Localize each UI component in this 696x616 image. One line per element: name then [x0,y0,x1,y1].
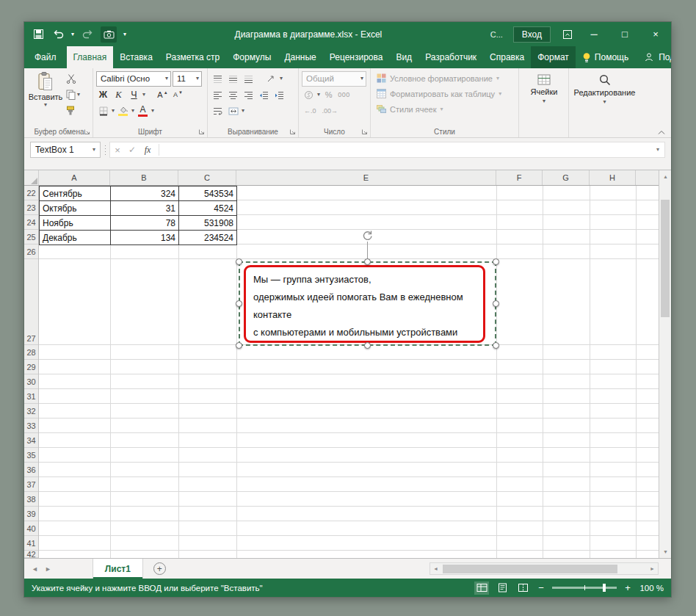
editing-button[interactable]: Редактирование ▾ [572,70,637,126]
font-color-button[interactable]: А [136,104,150,118]
collapse-ribbon-button[interactable] [657,130,666,135]
underline-dropdown[interactable]: ▾ [142,92,145,98]
page-break-view-button[interactable] [515,581,530,595]
row-header[interactable]: 27 [24,259,38,345]
format-as-table-button[interactable]: Форматировать как таблицу▾ [374,86,516,101]
tab-insert[interactable]: Вставка [113,46,159,68]
column-header-c[interactable]: C [178,170,236,185]
tab-help[interactable]: Справка [483,46,531,68]
align-center-button[interactable] [226,87,240,102]
sheet-tab-list1[interactable]: Лист1 [93,559,143,579]
merge-center-button[interactable] [226,104,240,118]
align-middle-button[interactable] [226,71,240,86]
copy-button[interactable]: ▾ [66,88,80,101]
cell[interactable]: 543534 [179,186,237,201]
tab-file[interactable]: Файл [24,46,67,68]
column-header-g[interactable]: G [543,170,590,185]
conditional-formatting-button[interactable]: Условное форматирование▾ [374,70,516,86]
share-button[interactable]: Поделиться [635,46,671,68]
column-header-a[interactable]: A [39,170,110,185]
sign-in-button[interactable]: Вход [513,26,551,43]
row-header[interactable]: 41 [24,536,38,551]
row-header[interactable]: 34 [24,433,38,448]
row-header[interactable]: 30 [24,374,38,389]
row-header[interactable]: 29 [24,360,38,374]
align-top-button[interactable] [211,71,225,86]
row-header[interactable]: 38 [24,492,38,507]
row-header[interactable]: 23 [24,200,38,215]
cell[interactable]: 134 [111,231,179,245]
cell[interactable]: 4524 [179,201,237,216]
cell[interactable]: Ноябрь [40,216,111,231]
close-button[interactable]: × [640,22,671,46]
shrink-font-button[interactable]: А▼ [171,87,185,102]
tab-page-layout[interactable]: Разметка стр [159,46,226,68]
grid[interactable]: 22 23 24 25 26 27 28 29 30 31 32 33 34 3… [24,186,659,558]
orientation-dropdown[interactable]: ▾ [280,76,283,81]
font-name-select[interactable]: Calibri (Осно▾ [96,71,171,87]
resize-handle-nw[interactable] [236,258,242,265]
row-header[interactable]: 36 [24,463,38,477]
merge-center-dropdown[interactable]: ▾ [242,108,244,114]
rotate-handle[interactable] [361,229,374,242]
row-header[interactable]: 28 [24,345,38,360]
maximize-button[interactable]: □ [609,22,640,46]
cells-button[interactable]: Ячейки ▾ [522,70,566,126]
scroll-down-button[interactable]: ▼ [659,546,671,558]
cell[interactable]: 78 [111,216,179,231]
tab-format-contextual[interactable]: Формат [531,46,576,68]
borders-dropdown[interactable]: ▾ [112,108,115,114]
alignment-dialog-launcher[interactable] [289,128,297,136]
vertical-scrollbar-thumb[interactable] [661,200,670,317]
paste-button[interactable]: Вставить ▾ [29,70,62,126]
font-color-dropdown[interactable]: ▾ [151,108,154,114]
increase-decimal-button[interactable]: ←.0 [302,107,319,115]
cell[interactable]: 531908 [179,216,237,231]
zoom-slider[interactable] [552,587,617,589]
row-header[interactable]: 33 [24,418,38,433]
vertical-scrollbar[interactable]: ▲ ▼ [659,170,671,558]
account-label[interactable]: С... [490,30,503,39]
grid-canvas[interactable]: Сентябрь 324 543534 Октябрь 31 4524 Нояб… [39,186,659,558]
formula-bar-expand[interactable]: ▾ [651,147,664,153]
resize-handle-w[interactable] [236,300,242,307]
italic-button[interactable]: К [112,87,126,102]
row-header[interactable]: 39 [24,507,38,521]
tab-home[interactable]: Главная [67,46,114,68]
name-box-splitter[interactable] [101,142,109,158]
cell[interactable]: 234524 [179,231,237,245]
tab-review[interactable]: Рецензирова [323,46,390,68]
zoom-level[interactable]: 100 % [639,584,664,593]
cell-styles-button[interactable]: Стили ячеек▾ [374,101,516,117]
textbox[interactable]: Мы — группа энтузиастов, одержимых идеей… [244,265,485,343]
cancel-button[interactable]: × [110,145,125,156]
undo-button[interactable] [51,28,65,41]
enter-button[interactable]: ✓ [125,145,139,155]
scroll-up-button[interactable]: ▲ [659,170,671,183]
name-box[interactable]: TextBox 1 ▾ [30,142,101,158]
resize-handle-sw[interactable] [236,342,242,349]
horizontal-scrollbar-thumb[interactable] [443,565,617,573]
percent-style-button[interactable]: % [322,87,336,102]
ribbon-display-options-button[interactable] [557,22,579,46]
cell[interactable]: Сентябрь [40,186,111,201]
row-header[interactable]: 32 [24,404,38,418]
decrease-decimal-button[interactable]: .00→ [320,107,341,115]
number-dialog-launcher[interactable] [360,128,369,136]
tab-data[interactable]: Данные [278,46,322,68]
font-size-select[interactable]: 11▾ [173,71,202,87]
formula-input[interactable] [162,142,651,157]
row-header[interactable]: 37 [24,477,38,492]
column-header-e[interactable]: E [236,170,496,185]
fill-color-button[interactable] [116,104,130,118]
column-header-h[interactable]: H [590,170,636,185]
row-header[interactable]: 22 [24,186,38,200]
row-header[interactable]: 26 [24,244,38,259]
camera-button[interactable] [101,26,117,43]
next-sheet-button[interactable]: ► [45,565,51,573]
accounting-format-dropdown[interactable]: ▾ [317,92,320,98]
select-all-corner[interactable] [24,170,39,185]
page-layout-view-button[interactable] [495,581,510,595]
minimize-button[interactable]: ─ [579,22,609,46]
cut-button[interactable] [66,72,80,85]
